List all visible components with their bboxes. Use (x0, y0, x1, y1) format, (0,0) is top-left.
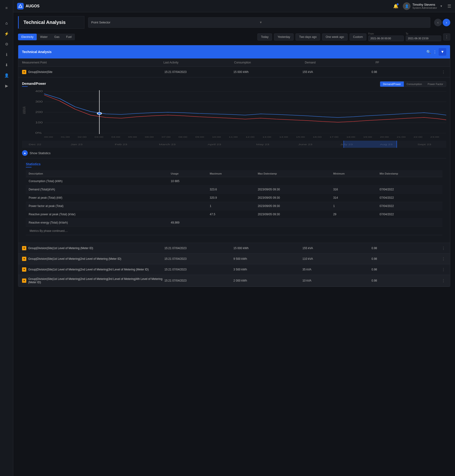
svg-text:17:00: 17:00 (330, 136, 339, 138)
main-row-consumption: 15 000 kWh (233, 70, 301, 74)
ta-expand-btn[interactable]: ▼ (439, 48, 446, 56)
svg-text:03:00: 03:00 (95, 136, 104, 138)
user-dropdown-icon: ▼ (440, 5, 443, 8)
sidebar-home[interactable]: ⌂ (2, 19, 11, 27)
chart-title-underline (22, 86, 28, 87)
chart-tab-consumption[interactable]: Consumption (404, 81, 425, 87)
svg-text:21:00: 21:00 (397, 136, 406, 138)
point-selector[interactable]: Point Selector ▼ (88, 17, 430, 28)
svg-text:15:00: 15:00 (296, 136, 305, 138)
sidebar-user[interactable]: 👤 (2, 71, 11, 79)
logo-icon (17, 3, 24, 9)
stat-row-2-max: 320.9 (207, 194, 255, 202)
metrics-continued: Metrics By phase continued.... (26, 227, 442, 235)
sub-row-3-toggle[interactable]: ▼ (22, 278, 26, 283)
topnav-menu-icon[interactable]: ☰ (447, 4, 451, 9)
user-role: System Administrator (412, 6, 437, 9)
chart-svg: 400 300 200 100 0% kW/kVA (22, 88, 446, 140)
sub-row-2-activity: 15:21 07/04/2023 (164, 268, 232, 271)
svg-text:Feb 23: Feb 23 (115, 143, 127, 146)
chart-tab-pf[interactable]: Power Factor (425, 81, 446, 87)
stat-row-5-min (330, 219, 377, 227)
sub-row-1-more[interactable]: ⋮ (440, 256, 446, 262)
chart-title-group: Demand/Power (22, 82, 46, 87)
sub-row-0-name: Group|Division|Site|1st Level of Meterin… (28, 246, 162, 250)
chart-tab-demand[interactable]: Demand/Power (380, 81, 404, 87)
sidebar-arrow[interactable]: ▶ (2, 81, 11, 90)
sidebar-download[interactable]: ⬇ (2, 61, 11, 69)
stat-row-5-mindate (377, 219, 442, 227)
svg-text:300: 300 (35, 100, 43, 103)
stat-row-0-min (330, 177, 377, 185)
main-row-toggle[interactable]: ▼ (22, 70, 26, 74)
filter-more-btn[interactable]: ⋮ (443, 33, 450, 40)
sidebar-settings[interactable]: ⚙ (2, 40, 11, 48)
date-to-input[interactable] (406, 36, 441, 41)
chart-title-row: Demand/Power Demand/Power Consumption Po… (22, 81, 446, 87)
chart-title: Demand/Power (22, 82, 46, 86)
ta-section: Technical Analysis 🔍 ⋮ ▼ Measurement Poi… (18, 45, 450, 287)
stat-row-5-max (207, 219, 255, 227)
stat-row-0-mindate (377, 177, 442, 185)
sub-row-2-more[interactable]: ⋮ (440, 267, 446, 272)
date-oneweek-btn[interactable]: One week ago (322, 33, 347, 40)
sub-row-3-demand: 10 kVA (302, 279, 369, 282)
svg-text:14:00: 14:00 (279, 136, 288, 138)
stat-row-2-maxdate: 2023/09/05 09:30 (255, 194, 330, 202)
sub-row-1-pf: 0.98 (372, 257, 439, 261)
resource-tab-group: Electricity Water Gas Fuel (18, 34, 75, 40)
tab-fuel[interactable]: Fuel (63, 34, 75, 40)
ta-more-icon[interactable]: ⋮ (433, 50, 437, 54)
date-twodays-btn[interactable]: Two days ago (295, 33, 320, 40)
stats-col-description: Description (26, 170, 168, 177)
sub-row-1-name: Group|Division|Site|1st Level of Meterin… (28, 257, 162, 261)
date-custom-btn[interactable]: Custom (349, 33, 366, 40)
stat-row-5-maxdate (255, 219, 330, 227)
tab-electricity[interactable]: Electricity (18, 34, 37, 40)
stats-col-usage: Usage (168, 170, 207, 177)
sub-row-1: ▼ Group|Division|Site|1st Level of Meter… (18, 254, 450, 264)
date-today-btn[interactable]: Today (257, 33, 272, 40)
stat-row-4-min: 29 (330, 210, 377, 219)
user-menu[interactable]: 👤 Timothy Stevens System Administrator ▼ (403, 2, 443, 10)
sub-row-0-more[interactable]: ⋮ (440, 245, 446, 251)
tab-water[interactable]: Water (37, 34, 51, 40)
main-row-pf: 0.98 (372, 70, 439, 74)
show-statistics-row[interactable]: ▲ Show Statistics (22, 148, 446, 159)
ta-header-icons: 🔍 ⋮ ▼ (426, 48, 446, 56)
stat-row-3-maxdate: 2023/09/05 09:30 (255, 202, 330, 210)
sub-row-0-toggle[interactable]: ▼ (22, 246, 26, 250)
stat-row-2-desc: Power at peak (Total) (kW) (26, 194, 168, 202)
svg-text:20:00: 20:00 (380, 136, 389, 138)
filter-bar: Electricity Water Gas Fuel Today Yesterd… (13, 32, 455, 45)
sub-row-2-toggle[interactable]: ▼ (22, 267, 26, 272)
svg-text:22:00: 22:00 (414, 136, 422, 138)
table-row: Demand (Total)(kVA) 323.6 2023/09/05 09:… (26, 185, 442, 194)
svg-text:08:00: 08:00 (179, 136, 187, 138)
stat-row-3-desc: Power factor at peak (Total) (26, 202, 168, 210)
main-row-name: Group|Division|Site (28, 70, 162, 74)
stat-row-0-maxdate (255, 177, 330, 185)
sidebar-info[interactable]: ℹ (2, 50, 11, 59)
sub-row-3-more[interactable]: ⋮ (440, 278, 446, 284)
table-header: Measurement Point Last Activity Consumpt… (18, 58, 450, 67)
date-from-input[interactable] (368, 36, 404, 41)
sub-row-1-toggle[interactable]: ▼ (22, 257, 26, 261)
sub-row-3-activity: 15:21 07/04/2023 (164, 279, 232, 282)
tab-gas[interactable]: Gas (51, 34, 63, 40)
sidebar-hamburger[interactable]: ≡ (2, 4, 11, 12)
nav-prev-btn[interactable]: ‹ (434, 19, 442, 26)
stat-row-0-usage: 10 885 (168, 177, 207, 185)
col-last-activity: Last Activity (163, 61, 234, 64)
notification-bell[interactable]: 🔔 (391, 2, 400, 10)
date-yesterday-btn[interactable]: Yesterday (274, 33, 294, 40)
main-row-more[interactable]: ⋮ (440, 69, 446, 75)
nav-next-btn[interactable]: › (443, 19, 450, 26)
ta-search-icon[interactable]: 🔍 (426, 50, 431, 54)
sub-row-0-consumption: 15 000 kWh (233, 246, 301, 250)
sub-row-2-pf: 0.98 (372, 268, 439, 271)
svg-text:18:00: 18:00 (346, 136, 356, 138)
svg-text:June 23: June 23 (298, 143, 312, 146)
sidebar-lightning[interactable]: ⚡ (2, 29, 11, 38)
stat-row-4-maxdate: 2023/09/05 09:30 (255, 210, 330, 219)
